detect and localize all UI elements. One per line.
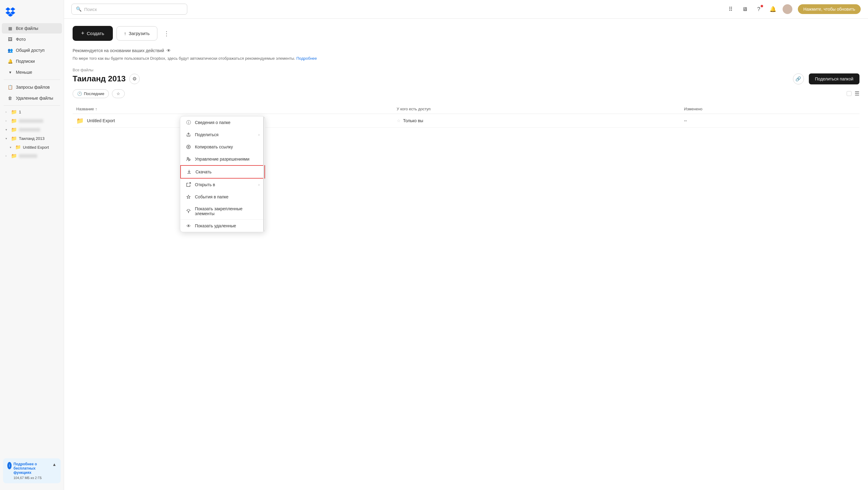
filter-recent[interactable]: 🕐 Последние	[72, 89, 109, 98]
search-placeholder: Поиск	[84, 7, 97, 12]
tree-item-blurred-2[interactable]: ▾ 📁	[0, 125, 64, 134]
events-icon	[186, 194, 191, 200]
folder-icon: 📁	[11, 109, 17, 115]
tree-item-blurred-3[interactable]: › 📁	[0, 152, 64, 160]
context-menu-item-events[interactable]: События в папке	[180, 191, 265, 203]
subscriptions-icon: 🔔	[7, 59, 13, 64]
shared-icon: 👥	[7, 47, 13, 53]
star-icon[interactable]: ☆	[397, 118, 401, 123]
col-name-header[interactable]: Название ↑	[72, 104, 393, 114]
create-button[interactable]: + Создать	[72, 26, 113, 41]
main-content: 🔍 Поиск ⠿ 🖥 ? 🔔 Нажмите, чтобы обновить …	[64, 0, 868, 490]
open-in-icon	[186, 182, 191, 187]
chevron-down-icon: ▾	[5, 128, 9, 131]
folder-icon: 📁	[11, 153, 17, 159]
help-badge	[761, 5, 763, 7]
plus-icon: +	[81, 30, 85, 37]
link-icon	[186, 144, 191, 150]
sidebar-item-photos[interactable]: 🖼 Фото	[2, 34, 62, 44]
topbar-right: ⠿ 🖥 ? 🔔 Нажмите, чтобы обновить	[726, 4, 861, 14]
bottom-card-title[interactable]: Подробнее о бесплатных функциях	[13, 462, 52, 475]
chevron-right-icon: ›	[5, 110, 9, 114]
filter-starred[interactable]: ☆	[112, 89, 125, 98]
learn-more-link[interactable]: Подробнее	[297, 56, 317, 61]
sidebar-item-less[interactable]: ▾ Меньше	[2, 67, 62, 77]
file-modified-cell: --	[680, 114, 860, 127]
context-menu-item-manage-perms[interactable]: Управление разрешениями	[180, 153, 265, 165]
chevron-down-icon: ▾	[7, 69, 13, 75]
settings-button[interactable]: ⚙	[129, 74, 140, 84]
copy-link-button[interactable]: 🔗	[793, 73, 804, 85]
dropbox-logo[interactable]	[0, 4, 64, 23]
context-menu-item-download[interactable]: Скачать	[180, 165, 265, 178]
sidebar-item-deleted[interactable]: 🗑 Удаленные файлы	[2, 93, 62, 103]
storage-info: 104,67 МБ из 2 ГБ	[13, 476, 52, 480]
recommended-desc: По мере того как вы будете пользоваться …	[72, 56, 860, 62]
notifications-icon[interactable]: 🔔	[769, 5, 777, 13]
sort-asc-icon: ↑	[95, 107, 97, 111]
permissions-icon	[186, 156, 191, 162]
col-access-header: У кого есть доступ	[393, 104, 680, 114]
avatar[interactable]	[783, 4, 793, 14]
arrow-right-icon: ›	[258, 183, 259, 187]
tree-item-untitled-export[interactable]: ▾ 📁 Untitled Export	[0, 143, 64, 152]
context-menu-item-show-deleted[interactable]: 👁 Показать удаленные	[180, 219, 265, 232]
tree-item-blurred-1[interactable]: › 📁	[0, 117, 64, 125]
select-all-checkbox[interactable]	[847, 91, 851, 96]
context-menu-item-open-in[interactable]: Открыть в ›	[180, 178, 265, 191]
chevron-up-icon[interactable]: ▲	[52, 462, 56, 467]
info-icon: ⓘ	[186, 120, 191, 125]
context-menu-item-folder-info[interactable]: ⓘ Сведения о папке	[180, 117, 265, 129]
chevron-down-icon: ▾	[5, 137, 9, 140]
share-folder-button[interactable]: Поделиться папкой	[809, 73, 860, 85]
context-menu-item-show-pinned[interactable]: Показать закрепленные элементы	[180, 203, 265, 219]
search-icon: 🔍	[76, 6, 82, 12]
files-icon: ▦	[7, 26, 13, 31]
tree-item-folder-1[interactable]: › 📁 1	[0, 107, 64, 117]
breadcrumb: Все файлы	[72, 68, 860, 72]
table-header-row: Название ↑ У кого есть доступ Изменено	[72, 104, 860, 114]
grid-icon[interactable]: ⠿	[726, 5, 735, 13]
sidebar-item-all-files[interactable]: ▦ Все файлы	[2, 23, 62, 34]
files-title-row: Таиланд 2013 ⚙ 🔗 Поделиться папкой	[72, 73, 860, 85]
col-modified-header: Изменено	[680, 104, 860, 114]
context-menu-item-copy-link[interactable]: Копировать ссылку	[180, 141, 265, 153]
sidebar-item-subscriptions[interactable]: 🔔 Подписки	[2, 56, 62, 66]
eye-icon: 👁	[186, 223, 191, 229]
tree-item-thailand[interactable]: ▾ 📁 Таиланд 2013	[0, 134, 64, 143]
filter-row: 🕐 Последние ☆ ☰	[72, 89, 860, 98]
list-view-icon[interactable]: ☰	[855, 90, 860, 97]
update-button[interactable]: Нажмите, чтобы обновить	[798, 4, 861, 14]
svg-point-1	[187, 158, 189, 159]
more-button[interactable]: ⋮	[161, 27, 172, 40]
scrollbar[interactable]	[263, 117, 265, 232]
desktop-icon[interactable]: 🖥	[741, 5, 749, 13]
sidebar-divider-2	[4, 105, 60, 106]
context-menu-item-share[interactable]: Поделиться ›	[180, 129, 265, 141]
download-icon	[186, 169, 192, 174]
star-icon: ☆	[117, 91, 120, 96]
sidebar-item-shared[interactable]: 👥 Общий доступ	[2, 45, 62, 56]
action-row: + Создать ↑ Загрузить ⋮	[72, 26, 860, 41]
sidebar-item-file-requests[interactable]: 📋 Запросы файлов	[2, 82, 62, 92]
folder-icon: 📁	[76, 117, 84, 124]
topbar: 🔍 Поиск ⠿ 🖥 ? 🔔 Нажмите, чтобы обновить	[64, 0, 868, 19]
folder-title: Таиланд 2013	[72, 74, 126, 84]
folder-icon: 📁	[15, 144, 21, 150]
search-box[interactable]: 🔍 Поиск	[71, 4, 187, 14]
chevron-right-icon: ›	[5, 119, 9, 123]
file-requests-icon: 📋	[7, 85, 13, 90]
arrow-right-icon: ›	[258, 133, 259, 136]
folder-icon: 📁	[11, 118, 17, 124]
help-icon[interactable]: ?	[754, 5, 763, 13]
upload-button[interactable]: ↑ Загрузить	[117, 26, 157, 40]
sidebar-divider	[4, 79, 60, 80]
info-circle-icon: i	[7, 462, 11, 469]
file-access-cell: ☆ Только вы	[393, 114, 680, 127]
clock-icon: 🕐	[77, 91, 82, 96]
context-menu: ⓘ Сведения о папке Поделиться ›	[180, 116, 265, 232]
content-area: + Создать ↑ Загрузить ⋮ Рекомендуется на…	[64, 19, 868, 490]
sidebar: ▦ Все файлы 🖼 Фото 👥 Общий доступ 🔔 Подп…	[0, 0, 64, 490]
chevron-right-icon: ›	[5, 154, 9, 158]
eye-icon: 👁	[166, 48, 171, 53]
